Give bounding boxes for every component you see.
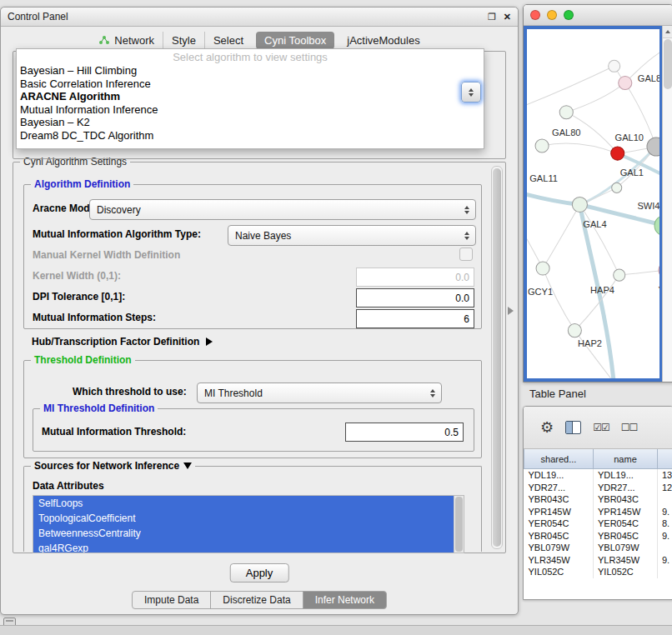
mi-steps-field[interactable]: 6: [356, 309, 474, 328]
cell[interactable]: YBL079W: [524, 542, 594, 554]
attr-item-betweennesscentrality[interactable]: BetweennessCentrality: [33, 526, 464, 541]
network-node-pink-right[interactable]: [659, 262, 659, 278]
table-row[interactable]: YER054CYER054C8.: [524, 518, 672, 530]
tab-style[interactable]: Style: [163, 32, 204, 49]
cell[interactable]: [658, 493, 672, 506]
tab-select[interactable]: Select: [204, 32, 252, 49]
which-threshold-combo[interactable]: MI Threshold: [197, 382, 442, 403]
cell[interactable]: 9.: [658, 554, 672, 567]
cell[interactable]: YPR145W: [594, 506, 658, 518]
algorithm-option-mutual-information[interactable]: Mutual Information Inference: [17, 103, 484, 117]
algorithm-option-bayesian-hill-climbing[interactable]: Bayesian – Hill Climbing: [17, 64, 484, 78]
network-node-hap2[interactable]: [568, 324, 581, 338]
gear-icon[interactable]: ⚙: [540, 420, 554, 435]
cell[interactable]: YDR27...: [524, 482, 594, 494]
cell[interactable]: 9.: [658, 530, 672, 542]
column-header-name[interactable]: name: [594, 449, 658, 469]
tab-infer-network[interactable]: Infer Network: [303, 591, 387, 609]
unselect-all-icon[interactable]: ☐☐: [621, 422, 638, 433]
column-header-shared-name[interactable]: shared...: [524, 449, 594, 469]
tab-discretize-data[interactable]: Discretize Data: [210, 591, 303, 609]
cell[interactable]: YIL052C: [524, 566, 594, 578]
mi-threshold-field[interactable]: 0.5: [345, 422, 464, 442]
column-header-clipped[interactable]: [658, 449, 672, 469]
algorithm-option-dream8[interactable]: Dream8 DC_TDC Algorithm: [17, 129, 484, 142]
network-node-gal80[interactable]: [559, 106, 573, 119]
cell[interactable]: YDR27...: [594, 482, 658, 494]
cell[interactable]: YBR045C: [524, 530, 594, 542]
algorithm-option-basic-correlation[interactable]: Basic Correlation Inference: [17, 78, 484, 91]
zoom-traffic-light[interactable]: [564, 10, 574, 20]
network-scrollbar-thumb[interactable]: [664, 39, 672, 89]
cell[interactable]: 12: [658, 482, 672, 494]
table-row[interactable]: YDL19...YDL19...13: [524, 469, 672, 482]
mi-type-combo[interactable]: Naive Bayes: [228, 225, 476, 246]
cell[interactable]: YPR145W: [524, 506, 594, 518]
algorithm-dropdown-popup: Select algorithm to view settings Bayesi…: [16, 48, 484, 149]
network-vertical-scrollbar[interactable]: [662, 26, 672, 382]
select-all-icon[interactable]: ☑☑: [593, 422, 609, 433]
table-row[interactable]: YLR345WYLR345W9.: [524, 554, 672, 567]
attr-item-topologicalcoefficient[interactable]: TopologicalCoefficient: [33, 511, 464, 526]
cell[interactable]: YBR043C: [524, 493, 594, 506]
network-node-pale-top[interactable]: [609, 60, 620, 72]
combo-down-arrow-icon: [469, 93, 474, 97]
algorithm-option-aracne[interactable]: ARACNE Algorithm: [17, 90, 484, 103]
table-row[interactable]: YBR045CYBR045C9.: [524, 530, 672, 542]
cell[interactable]: YBR045C: [594, 530, 658, 542]
tab-impute-data[interactable]: Impute Data: [132, 591, 211, 609]
cell[interactable]: YIL052C: [594, 566, 658, 578]
tab-network[interactable]: Network: [90, 32, 163, 49]
attr-item-selfloops[interactable]: SelfLoops: [33, 496, 464, 511]
dpi-tolerance-field[interactable]: 0.0: [356, 288, 474, 308]
cell[interactable]: 9.: [658, 506, 672, 518]
tab-cyni-toolbox[interactable]: Cyni Toolbox: [256, 32, 334, 49]
algorithm-combo-arrow-button[interactable]: [461, 82, 481, 102]
cell[interactable]: YLR345W: [594, 554, 658, 567]
cell[interactable]: YBL079W: [594, 542, 658, 554]
close-traffic-light[interactable]: [530, 10, 540, 20]
network-node-gal4-hub[interactable]: [572, 197, 587, 212]
tab-jactivemodules[interactable]: jActiveModules: [339, 32, 428, 49]
cell[interactable]: YDL19...: [524, 469, 594, 482]
minimize-traffic-light[interactable]: [547, 10, 557, 20]
cell[interactable]: 13: [658, 469, 672, 482]
cell[interactable]: YER054C: [524, 518, 594, 530]
table-row[interactable]: YDR27...YDR27...12: [524, 482, 672, 494]
cell[interactable]: [658, 542, 672, 554]
settings-scrollbar-thumb[interactable]: [493, 168, 501, 547]
data-attributes-scrollbar[interactable]: [454, 496, 464, 552]
hub-definition-toggle[interactable]: Hub/Transcription Factor Definition: [32, 336, 213, 348]
float-window-icon[interactable]: ❐: [488, 12, 496, 22]
network-node-red-gal10[interactable]: [611, 147, 624, 160]
network-node-left[interactable]: [535, 139, 549, 152]
table-row[interactable]: YPR145WYPR145W9.: [524, 506, 672, 518]
scrollbar-up-button[interactable]: [663, 26, 672, 38]
cell[interactable]: YER054C: [594, 518, 658, 530]
cell[interactable]: YDL19...: [594, 469, 658, 482]
network-node-gcy1[interactable]: [536, 262, 549, 275]
sources-title[interactable]: Sources for Network Inference: [31, 460, 195, 472]
table-row[interactable]: YIL052CYIL052C: [524, 566, 672, 578]
cell[interactable]: YBR043C: [594, 493, 658, 506]
settings-scrollbar[interactable]: [491, 166, 503, 549]
network-node-green-right[interactable]: [654, 216, 659, 236]
aracne-mode-combo[interactable]: Discovery: [89, 199, 476, 220]
network-node-hap4[interactable]: [614, 269, 625, 281]
table-row[interactable]: YBL079WYBL079W: [524, 542, 672, 554]
network-node-gal1[interactable]: [612, 182, 622, 192]
apply-button[interactable]: Apply: [230, 563, 289, 582]
close-icon[interactable]: ✕: [504, 12, 511, 22]
network-node-pink-top[interactable]: [619, 76, 632, 89]
panel-splitter-arrow[interactable]: [508, 307, 514, 315]
column-selector-icon[interactable]: [565, 421, 581, 434]
manual-kernel-checkbox[interactable]: [459, 248, 473, 261]
network-canvas[interactable]: GAL8 GAL80 GAL10 GAL11 GAL1 SWI4 GAL4 GC…: [524, 26, 663, 382]
cell[interactable]: YLR345W: [524, 554, 594, 567]
attr-item-gal4rgexp[interactable]: gal4RGexp: [33, 541, 464, 553]
algorithm-option-bayesian-k2[interactable]: Bayesian – K2: [17, 116, 484, 129]
data-attributes-scrollbar-thumb[interactable]: [455, 497, 463, 552]
cell[interactable]: 8.: [658, 518, 672, 530]
cell[interactable]: [658, 566, 672, 578]
table-row[interactable]: YBR043CYBR043C: [524, 493, 672, 506]
